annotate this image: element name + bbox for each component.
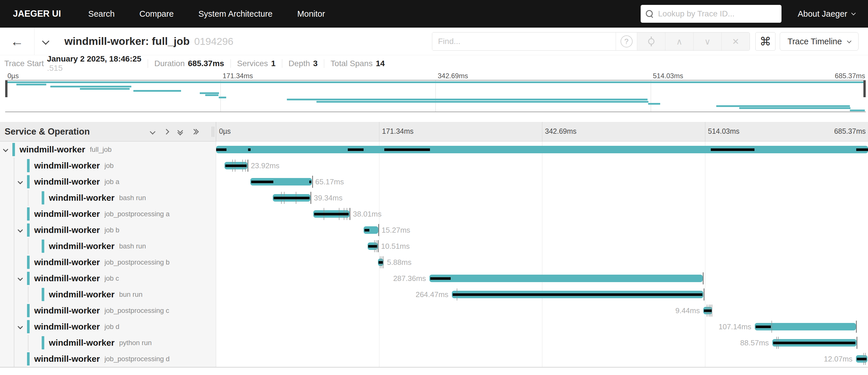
span-row: 12.07ms — [216, 351, 868, 367]
minimap-axis: 0µs171.34ms342.69ms514.03ms685.37ms — [5, 72, 866, 80]
nav-item-monitor[interactable]: Monitor — [297, 9, 325, 19]
timeline-ruler: 0µs171.34ms342.69ms514.03ms685.37ms — [216, 122, 868, 141]
jaeger-logo[interactable]: JAEGER UI — [13, 9, 61, 19]
span-event-tick — [771, 321, 772, 333]
span-name-cell[interactable]: windmill-workerjob_postprocessing c — [0, 302, 216, 319]
operation-name: job a — [104, 178, 119, 186]
trace-id-search[interactable] — [641, 5, 781, 23]
span-name-cell[interactable]: windmill-workerjob_postprocessing b — [0, 254, 216, 270]
span-name-cell[interactable]: windmill-workerbash run — [0, 190, 216, 206]
span-row: 88.57ms — [216, 335, 868, 351]
span-name-text: windmill-workerpython run — [49, 335, 152, 351]
collapse-controls — [141, 122, 198, 141]
ruler-tick-label: 514.03ms — [705, 127, 740, 136]
span-name-cell[interactable]: windmill-workerjob d — [0, 319, 216, 335]
span-name-cell[interactable]: windmill-workerfull_job — [0, 142, 216, 157]
operation-name: job_postprocessing d — [104, 355, 169, 363]
trace-toolbar: ? ∧ ∨ ✕ ⌘ Trace Timeline — [432, 32, 859, 51]
next-match-button[interactable]: ∨ — [693, 32, 721, 50]
collapse-all-button[interactable] — [178, 128, 182, 135]
about-jaeger-menu[interactable]: About Jaeger — [798, 9, 855, 19]
span-duration-label: 287.36ms — [393, 270, 426, 286]
span-end-tick — [704, 288, 705, 300]
span-duration-label: 39.34ms — [314, 190, 343, 206]
row-collapse-chevron[interactable] — [18, 276, 23, 281]
span-name-text: windmill-workerbash run — [49, 238, 146, 254]
operation-name: job_postprocessing c — [104, 307, 169, 315]
span-row: 38.01ms — [216, 206, 868, 222]
stat-value: 685.37ms — [188, 59, 224, 68]
span-duration-label: 107.14ms — [718, 319, 751, 335]
span-name-text: windmill-workerjob c — [34, 270, 119, 286]
span-name-cell[interactable]: windmill-workerjob — [0, 157, 216, 174]
trace-id-search-input[interactable] — [658, 9, 777, 19]
collapse-one-button[interactable] — [151, 130, 155, 134]
span-end-tick — [378, 240, 378, 252]
clear-find-button[interactable]: ✕ — [721, 32, 750, 50]
critical-path-segment — [857, 358, 867, 360]
stat-divider — [282, 59, 282, 68]
chevron-down-icon: ∨ — [705, 36, 711, 47]
service-name: windmill-worker — [20, 145, 85, 154]
row-collapse-chevron[interactable] — [18, 324, 23, 329]
row-collapse-chevron[interactable] — [3, 147, 8, 152]
minimap-right-scrubber[interactable] — [863, 81, 866, 97]
back-button[interactable]: ← — [0, 28, 34, 55]
span-name-cell[interactable]: windmill-workerbash run — [0, 238, 216, 254]
span-name-cell[interactable]: windmill-workerjob c — [0, 270, 216, 286]
timeline-minimap[interactable] — [5, 80, 866, 112]
service-name: windmill-worker — [34, 273, 100, 283]
row-collapse-chevron[interactable] — [18, 179, 23, 184]
span-event-tick — [712, 305, 712, 317]
find-input[interactable] — [432, 32, 616, 50]
span-name-text: windmill-workerjob — [34, 157, 114, 174]
trace-view-selector[interactable]: Trace Timeline — [780, 32, 859, 51]
nav-item-system-architecture[interactable]: System Architecture — [198, 9, 273, 19]
chevron-down-icon — [851, 11, 856, 15]
minimap-gridline — [220, 81, 221, 112]
span-name-text: windmill-workerjob d — [34, 319, 119, 335]
span-name-cell[interactable]: windmill-workerpython run — [0, 335, 216, 351]
span-bar[interactable] — [429, 275, 703, 282]
prev-match-button[interactable]: ∧ — [665, 32, 693, 50]
service-name: windmill-worker — [34, 161, 100, 171]
critical-path-segment — [216, 148, 226, 151]
span-name-cell[interactable]: windmill-workerbun run — [0, 286, 216, 302]
service-name: windmill-worker — [34, 209, 100, 219]
span-name-cell[interactable]: windmill-workerjob b — [0, 222, 216, 238]
span-row: 10.51ms — [216, 238, 868, 254]
span-name-cell[interactable]: windmill-workerjob_postprocessing d — [0, 351, 216, 367]
critical-path-segment — [711, 148, 754, 151]
operation-name: bun run — [119, 290, 142, 298]
column-resize-handle[interactable] — [211, 126, 214, 137]
span-bar[interactable] — [216, 146, 868, 153]
span-row: 287.36ms — [216, 270, 868, 286]
collapse-trace-details-chevron[interactable] — [42, 37, 49, 45]
keyboard-shortcuts-button[interactable]: ⌘ — [755, 32, 775, 51]
span-name-cell[interactable]: windmill-workerjob a — [0, 174, 216, 190]
nav-item-compare[interactable]: Compare — [140, 9, 174, 19]
minimap-left-scrubber[interactable] — [5, 81, 7, 97]
minimap-tick-label: 171.34ms — [220, 72, 253, 80]
span-row: 107.14ms — [216, 319, 868, 335]
nav-item-search[interactable]: Search — [88, 9, 115, 19]
critical-path-segment — [384, 148, 430, 151]
service-name: windmill-worker — [49, 338, 114, 348]
find-help-button[interactable]: ? — [616, 32, 637, 50]
minimap-span-bar — [219, 97, 226, 98]
critical-path-segment — [365, 229, 369, 231]
service-color-bar — [27, 224, 30, 237]
span-name-cell[interactable]: windmill-workerjob_postprocessing a — [0, 206, 216, 222]
expand-one-button[interactable] — [164, 130, 168, 134]
top-nav-bar: JAEGER UI SearchCompareSystem Architectu… — [0, 0, 868, 28]
stat-divider — [324, 59, 324, 68]
minimap-span-bar — [133, 90, 181, 92]
search-icon — [645, 9, 654, 18]
critical-path-segment — [430, 277, 451, 280]
expand-all-button[interactable] — [192, 130, 198, 134]
span-duration-label: 38.01ms — [353, 206, 382, 222]
focus-match-button[interactable] — [637, 32, 665, 50]
span-name-text: windmill-workerfull_job — [20, 142, 112, 157]
stat-label: Services — [237, 59, 268, 68]
row-collapse-chevron[interactable] — [18, 227, 23, 232]
